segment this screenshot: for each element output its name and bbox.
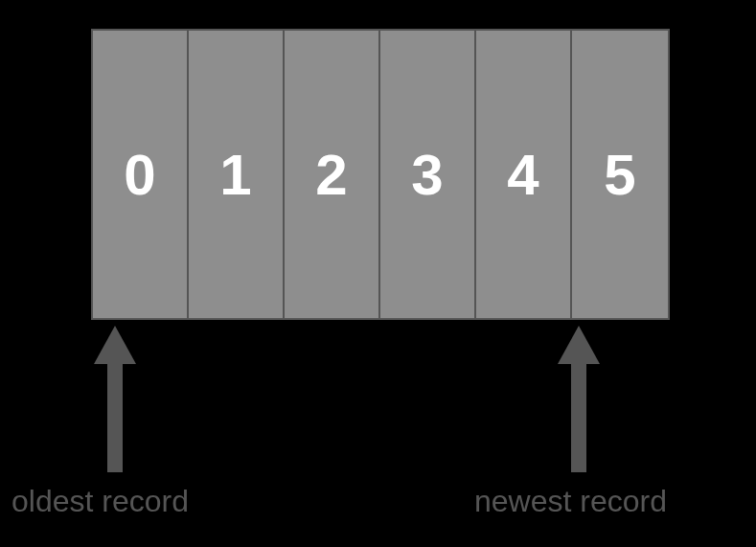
array-cell: 0	[93, 31, 189, 318]
array-cell: 3	[380, 31, 476, 318]
oldest-arrow	[96, 326, 134, 469]
array-cell: 2	[285, 31, 380, 318]
cell-value: 4	[507, 142, 538, 208]
newest-arrow	[560, 326, 598, 469]
array-cell: 5	[572, 31, 668, 318]
cell-value: 1	[219, 142, 251, 208]
cell-value: 3	[411, 142, 443, 208]
array-cell: 1	[189, 31, 285, 318]
cell-value: 0	[124, 142, 155, 208]
arrow-up-icon	[560, 326, 598, 469]
array-cell: 4	[476, 31, 572, 318]
newest-record-label: newest record	[474, 484, 667, 519]
arrow-up-icon	[96, 326, 134, 469]
cell-value: 5	[604, 142, 635, 208]
oldest-record-label: oldest record	[11, 484, 189, 519]
cell-value: 2	[315, 142, 347, 208]
array-container: 0 1 2 3 4 5	[91, 29, 670, 320]
